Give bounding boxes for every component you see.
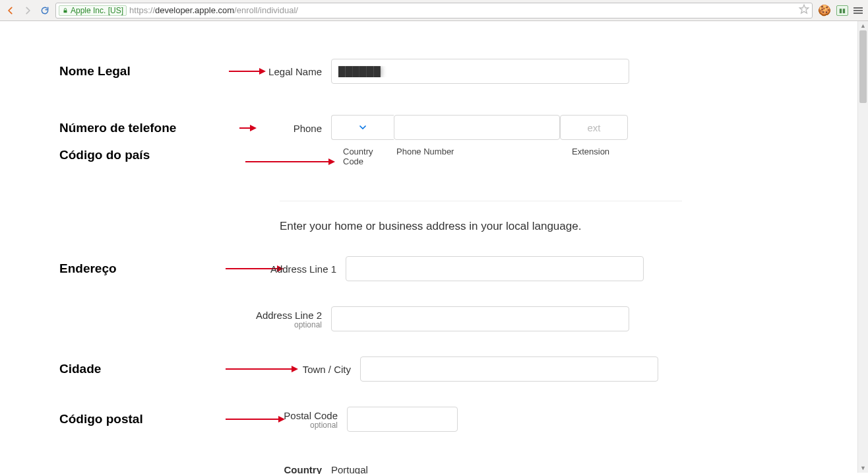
page-viewport: Nome Legal Legal Name Número de telefone… — [0, 21, 857, 474]
ev-issuer-text: Apple Inc. [US] — [71, 6, 123, 15]
annotation-postal-code: Código postal — [59, 406, 224, 432]
arrow-icon — [224, 356, 299, 382]
ev-cert-badge: Apple Inc. [US] — [59, 5, 127, 16]
extension-badge-icon[interactable]: ▮▮ — [836, 5, 848, 16]
cookie-extension-icon[interactable]: 🍪 — [818, 4, 831, 17]
phone-sublabels: Country Code Phone Number Extension — [331, 147, 628, 166]
section-divider — [280, 201, 682, 201]
country-value: Portugal — [331, 456, 368, 474]
phone-extension-input[interactable] — [560, 115, 628, 140]
annotation-address: Endereço — [59, 255, 224, 282]
arrow-icon — [224, 58, 270, 85]
legal-name-input[interactable] — [331, 59, 629, 84]
arrow-icon — [224, 143, 270, 169]
label-legal-name: Legal Name — [270, 58, 331, 85]
vertical-scrollbar[interactable]: ▲ ▼ — [857, 21, 868, 473]
scroll-thumb[interactable] — [859, 30, 867, 103]
back-button[interactable] — [4, 4, 17, 17]
postal-code-input[interactable] — [347, 407, 458, 432]
label-phone: Phone — [270, 115, 331, 141]
annotation-country-code: Código do país — [59, 143, 224, 162]
annotation-city: Cidade — [59, 356, 224, 382]
url-bar[interactable]: Apple Inc. [US] https://developer.apple.… — [55, 3, 813, 18]
label-town-city: Town / City — [299, 356, 360, 382]
svg-marker-7 — [328, 158, 335, 165]
browser-toolbar: Apple Inc. [US] https://developer.apple.… — [0, 0, 868, 21]
label-postal-code: Postal Code optional — [286, 406, 347, 432]
svg-rect-0 — [64, 10, 67, 13]
address-instruction: Enter your home or business address in y… — [280, 220, 857, 233]
scroll-down-icon[interactable]: ▼ — [858, 463, 868, 473]
menu-button[interactable] — [853, 6, 863, 15]
svg-marker-3 — [259, 68, 266, 75]
url-text: https://developer.apple.com/enroll/indiv… — [129, 5, 298, 15]
address-line2-input[interactable] — [331, 306, 629, 331]
bookmark-star-icon[interactable] — [799, 4, 809, 17]
reload-button[interactable] — [38, 4, 51, 17]
annotation-phone: Número de telefone — [59, 115, 224, 141]
label-country: Country — [270, 456, 331, 474]
town-city-input[interactable] — [360, 356, 658, 382]
country-code-select[interactable] — [331, 115, 394, 140]
forward-button[interactable] — [21, 4, 34, 17]
arrow-icon — [224, 406, 286, 432]
label-address-line2: Address Line 2 optional — [270, 306, 331, 332]
svg-marker-11 — [292, 366, 298, 372]
svg-marker-1 — [799, 5, 808, 13]
address-line1-input[interactable] — [346, 256, 644, 281]
arrow-icon — [224, 115, 270, 141]
svg-marker-5 — [250, 125, 257, 131]
scroll-up-icon[interactable]: ▲ — [858, 21, 868, 30]
phone-number-input[interactable] — [394, 115, 560, 140]
annotation-legal-name: Nome Legal — [59, 58, 224, 85]
chevron-down-icon — [357, 122, 368, 133]
label-address-line1: Address Line 1 — [285, 255, 346, 282]
